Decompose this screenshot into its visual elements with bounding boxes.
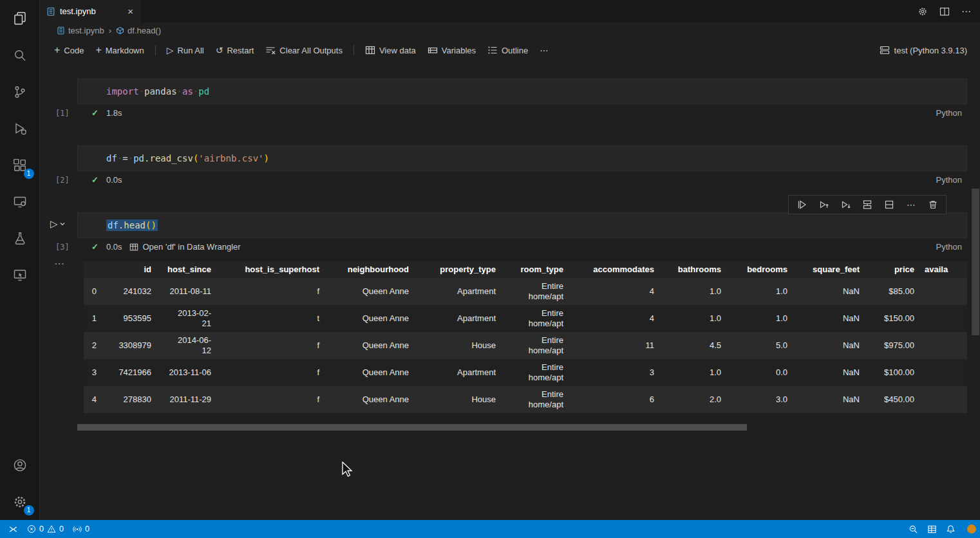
activity-item-search[interactable] [0,37,40,73]
mouse-cursor [340,461,354,478]
activity-item-extensions[interactable]: 1 [0,147,40,183]
tab-label: test.ipynb [60,6,96,16]
open-in-data-wrangler-link[interactable]: Open 'df' in Data Wrangler [129,242,240,252]
problems-indicator[interactable]: 0 0 [23,520,68,538]
execute-above-icon[interactable] [791,196,813,213]
code-token: ) [264,153,269,163]
restart-button[interactable]: ↺ Restart [211,42,259,58]
code-token: as [182,86,193,97]
table-cell: 2013-02- 21 [156,305,216,332]
code-token: head [124,220,146,230]
activity-item-run-debug[interactable] [0,110,40,147]
zoom-indicator[interactable] [904,524,923,534]
column-header: room_type [501,261,569,278]
horizontal-scrollbar[interactable] [77,424,747,431]
remote-indicator[interactable] [4,520,23,538]
activity-item-remote-explorer[interactable] [0,183,40,220]
clear-all-label: Clear All Outputs [279,46,343,55]
more-actions-icon[interactable]: ⋯ [900,196,922,213]
view-data-label: View data [379,46,416,55]
run-all-button[interactable]: ▷ Run All [162,42,209,58]
table-cell: $85.00 [865,278,919,305]
kernel-picker[interactable]: test (Python 3.9.13) [880,45,971,55]
more-actions-icon[interactable]: ⋯ [961,6,971,17]
run-cell-button[interactable]: ▷ [50,218,66,230]
code-editor[interactable]: import·pandas·as·pd [77,79,967,104]
outline-button[interactable]: Outline [482,42,533,58]
column-header: price [865,261,919,278]
success-check-icon: ✓ [91,175,99,185]
activity-item-explorer[interactable] [0,0,40,37]
code-token: 'airbnb.csv' [198,153,263,163]
table-cell: 953595 [102,305,156,332]
breadcrumb-symbol[interactable]: df.head() [116,26,161,35]
code-editor[interactable]: df.head() [77,212,967,238]
clear-all-outputs-button[interactable]: Clear All Outputs [260,42,348,58]
activity-item-accounts[interactable] [0,447,40,483]
table-cell: 2 [84,332,102,359]
code-editor[interactable]: df·=·pd.read_csv('airbnb.csv') [77,145,967,171]
table-cell: Apartment [414,278,501,305]
table-cell: 4 [569,278,659,305]
table-tool-indicator[interactable] [923,524,941,534]
join-cells-icon[interactable] [856,196,878,213]
output-options-icon[interactable]: ⋯ [54,257,65,270]
column-header: host_since [156,261,216,278]
execute-cell-and-below-icon[interactable] [834,196,856,213]
table-cell [919,386,967,413]
execute-cell-and-above-icon[interactable] [813,196,834,213]
activity-item-source-control[interactable] [0,73,40,110]
notifications-indicator[interactable] [941,524,960,534]
code-token: pd [198,86,209,97]
cell-language[interactable]: Python [936,242,962,252]
table-cell: 278830 [102,386,156,413]
table-cell: House [414,332,501,359]
delete-cell-icon[interactable] [922,196,944,213]
add-markdown-cell-button[interactable]: + Markdown [90,43,149,58]
data-wrangler-label: Open 'df' in Data Wrangler [142,242,240,252]
split-cell-icon[interactable] [878,196,900,213]
toolbar-more-button[interactable]: ⋯ [534,43,553,58]
status-bar: 0 0 0 [0,520,980,538]
add-code-cell-button[interactable]: + Code [49,43,89,58]
table-cell: NaN [793,386,865,413]
code-line: df·=·pd.read_csv('airbnb.csv') [106,153,269,163]
settings-gear-icon[interactable] [918,6,928,17]
table-cell: Queen Anne [325,332,414,359]
view-data-button[interactable]: View data [360,42,421,58]
table-cell: 4 [84,386,102,413]
table-cell: 3 [84,359,102,386]
table-cell: 0 [84,278,102,305]
column-header: bathrooms [659,261,726,278]
table-cell: NaN [793,278,865,305]
clear-all-icon [265,45,276,55]
extra-status-indicator[interactable] [960,524,976,534]
activity-item-testing[interactable] [0,220,40,257]
cell-language[interactable]: Python [936,108,962,118]
activity-item-settings[interactable]: 1 [0,483,40,520]
table-row: 19535952013-02- 21tQueen AnneApartmentEn… [84,305,967,332]
play-icon: ▷ [50,218,58,230]
variables-button[interactable]: Variables [422,42,481,58]
vertical-scrollbar[interactable] [972,189,979,335]
breadcrumb-symbol-label: df.head() [127,26,161,35]
execution-duration: 0.0s [106,175,122,185]
success-check-icon: ✓ [91,108,99,118]
cell-language[interactable]: Python [936,175,962,185]
activity-item-live-preview[interactable] [0,257,40,293]
notebook-icon [46,7,55,16]
tab-test-ipynb[interactable]: test.ipynb × [40,0,140,23]
ports-indicator[interactable]: 0 [68,520,94,538]
table-cell: 11 [569,332,659,359]
remote-icon [8,524,18,534]
dataframe-table: idhost_sincehost_is_superhostneighbourho… [84,261,967,413]
table-cell: f [216,386,325,413]
close-icon[interactable]: × [127,6,133,16]
data-wrangler-icon [129,243,138,252]
table-cell: Entire home/apt [501,359,569,386]
breadcrumb-file[interactable]: test.ipynb [57,26,104,35]
table-cell: 3308979 [102,332,156,359]
notebook-cell-3: ▷ ⋯ df. [77,212,967,255]
split-editor-icon[interactable] [939,6,950,17]
table-cell: Queen Anne [325,359,414,386]
